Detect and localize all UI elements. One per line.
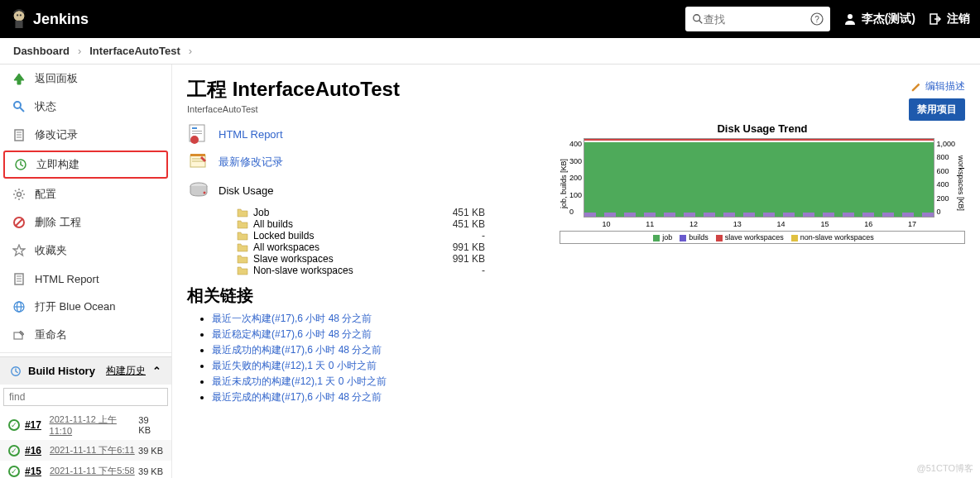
build-row[interactable]: ✓#152021-11-11 下午5:5839 KB — [0, 461, 171, 478]
arrow-up-icon — [12, 71, 26, 86]
svg-rect-32 — [192, 131, 202, 131]
user-icon — [843, 12, 857, 26]
related-link-item: 最近未成功的构建(#12),1 天 0 小时之前 — [212, 375, 543, 389]
history-link[interactable]: 构建历史 — [106, 364, 146, 378]
user-menu[interactable]: 李杰(测试) — [843, 12, 915, 26]
svg-rect-1 — [15, 21, 22, 28]
related-link-item: 最近一次构建(#17),6 小时 48 分之前 — [212, 312, 543, 326]
history-title: Build History — [28, 365, 95, 377]
collapse-icon[interactable]: ⌃ — [152, 365, 161, 377]
sidebar-item-8[interactable]: 打开 Blue Ocean — [0, 293, 171, 321]
disk-row: Locked builds- — [237, 230, 543, 241]
related-link-item: 最近失败的构建(#12),1 天 0 小时之前 — [212, 359, 543, 373]
disk-row: All workspaces991 KB — [237, 241, 543, 253]
search-input[interactable] — [704, 13, 803, 26]
related-link[interactable]: 最近完成的构建(#17),6 小时 48 分之前 — [212, 391, 382, 403]
gear-icon — [12, 187, 26, 202]
sidebar-item-4[interactable]: 配置 — [0, 180, 171, 208]
brand-text: Jenkins — [33, 11, 89, 28]
folder-icon — [237, 242, 248, 252]
svg-line-5 — [699, 21, 702, 24]
sidebar-item-5[interactable]: 删除 工程 — [0, 208, 171, 237]
brand[interactable]: Jenkins — [10, 8, 89, 30]
build-number[interactable]: #17 — [25, 419, 50, 431]
related-link-item: 最近稳定构建(#17),6 小时 48 分之前 — [212, 327, 543, 342]
build-row[interactable]: ✓#172021-11-12 上午11:1039 KB — [0, 409, 171, 440]
find-input[interactable] — [3, 388, 168, 406]
y-left-label: job, builds [KB] — [560, 138, 568, 229]
related-link-item: 最近成功的构建(#17),6 小时 48 分之前 — [212, 343, 543, 357]
related-link[interactable]: 最近稳定构建(#17),6 小时 48 分之前 — [212, 328, 372, 340]
svg-rect-35 — [190, 154, 205, 156]
folder-icon — [237, 254, 248, 264]
logout-button[interactable]: 注销 — [929, 12, 970, 26]
sidebar-item-label: 打开 Blue Ocean — [35, 299, 116, 314]
sidebar-item-6[interactable]: 收藏夹 — [0, 237, 171, 265]
sidebar-item-label: 收藏夹 — [35, 243, 67, 258]
chart-plot: 1011121314151617 — [584, 138, 934, 217]
globe-icon — [12, 299, 26, 314]
related-link[interactable]: 最近一次构建(#17),6 小时 48 分之前 — [212, 313, 372, 324]
page-subtitle: InterfaceAutoTest — [187, 104, 965, 114]
watermark: @51CTO博客 — [917, 462, 973, 475]
build-row[interactable]: ✓#162021-11-11 下午6:1139 KB — [0, 440, 171, 461]
build-number[interactable]: #15 — [25, 466, 50, 477]
related-link[interactable]: 最近成功的构建(#17),6 小时 48 分之前 — [212, 344, 382, 356]
user-name: 李杰(测试) — [862, 12, 915, 26]
svg-point-2 — [17, 14, 18, 16]
build-status-icon: ✓ — [8, 466, 20, 477]
sidebar-item-9[interactable]: 重命名 — [0, 321, 171, 349]
main: 返回面板状态修改记录立即构建配置删除 工程收藏夹HTML Report打开 Bl… — [0, 65, 980, 478]
star-icon — [12, 243, 26, 258]
sidebar-item-label: 配置 — [35, 187, 56, 202]
chart-title: Disk Usage Trend — [560, 122, 965, 135]
build-date[interactable]: 2021-11-11 下午5:58 — [50, 465, 135, 477]
disk-row: All builds451 KB — [237, 218, 543, 230]
build-date[interactable]: 2021-11-12 上午11:10 — [50, 413, 139, 436]
sidebar-item-0[interactable]: 返回面板 — [0, 65, 171, 93]
sidebar-item-7[interactable]: HTML Report — [0, 265, 171, 293]
build-number[interactable]: #16 — [25, 445, 50, 456]
folder-icon — [237, 208, 248, 217]
sidebar-item-label: 重命名 — [35, 327, 67, 342]
sidebar-item-label: 修改记录 — [35, 127, 78, 142]
breadcrumb-dashboard[interactable]: Dashboard — [13, 45, 70, 57]
breadcrumb: Dashboard › InterfaceAutoTest › — [0, 38, 980, 65]
sidebar-item-1[interactable]: 状态 — [0, 93, 171, 121]
logout-icon — [929, 12, 942, 26]
svg-point-39 — [204, 192, 206, 194]
chart-area: Disk Usage Trend job, builds [KB] 400300… — [560, 122, 965, 406]
recent-changes-link[interactable]: 最新修改记录 — [219, 155, 283, 170]
breadcrumb-project[interactable]: InterfaceAutoTest — [89, 45, 180, 57]
sidebar-item-3[interactable]: 立即构建 — [3, 151, 168, 179]
html-report-link[interactable]: HTML Report — [219, 128, 283, 141]
content: 工程 InterfaceAutoTest InterfaceAutoTest 编… — [172, 65, 980, 478]
sidebar: 返回面板状态修改记录立即构建配置删除 工程收藏夹HTML Report打开 Bl… — [0, 65, 172, 478]
svg-line-19 — [16, 219, 22, 226]
svg-rect-33 — [192, 133, 202, 134]
pencil-icon — [910, 81, 922, 93]
search-box[interactable]: ? — [685, 7, 830, 31]
svg-point-30 — [190, 136, 199, 144]
build-history-header[interactable]: Build History 构建历史 ⌃ — [0, 356, 171, 385]
svg-line-11 — [20, 108, 24, 112]
logout-text: 注销 — [947, 12, 970, 26]
history-icon — [10, 366, 22, 377]
related-link[interactable]: 最近失败的构建(#12),1 天 0 小时之前 — [212, 360, 377, 371]
jenkins-logo-icon — [10, 8, 28, 30]
svg-point-10 — [14, 102, 21, 108]
svg-point-4 — [693, 15, 699, 22]
help-icon[interactable]: ? — [810, 12, 824, 26]
disable-project-button[interactable]: 禁用项目 — [909, 98, 965, 121]
folder-icon — [237, 231, 248, 241]
build-status-icon: ✓ — [8, 419, 20, 431]
build-date[interactable]: 2021-11-11 下午6:11 — [50, 444, 135, 456]
edit-description-link[interactable]: 编辑描述 — [910, 79, 965, 93]
sidebar-item-label: 状态 — [35, 99, 56, 114]
folder-icon — [237, 219, 248, 229]
doc-icon — [12, 271, 26, 286]
related-link[interactable]: 最近未成功的构建(#12),1 天 0 小时之前 — [212, 375, 387, 387]
sidebar-item-label: 删除 工程 — [35, 215, 81, 230]
disk-row: Job451 KB — [237, 207, 543, 218]
sidebar-item-2[interactable]: 修改记录 — [0, 121, 171, 149]
